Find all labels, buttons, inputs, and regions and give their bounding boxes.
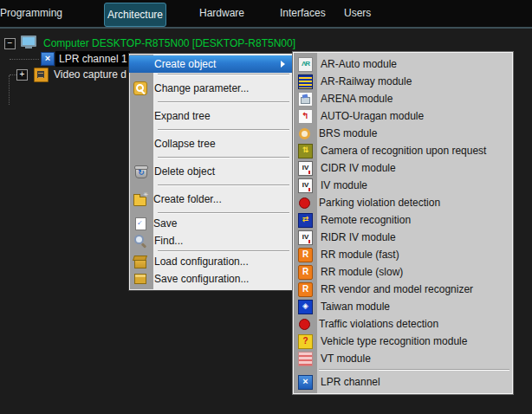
menu-item-save-configuration[interactable]: Save configuration... <box>129 270 292 288</box>
create-object-submenu: AR-Auto module AR-Railway module ARENA m… <box>292 51 514 395</box>
submenu-item-rr-module-slow[interactable]: RR module (slow) <box>293 263 513 281</box>
submenu-item-label: Remote recognition <box>321 214 411 226</box>
submenu-item-label: Parking violation detection <box>319 197 440 209</box>
tab-interfaces[interactable]: Interfaces <box>280 7 326 19</box>
ar-railway-icon <box>298 74 313 89</box>
submenu-item-label: AUTO-Uragan module <box>321 110 424 122</box>
menu-item-collapse-tree[interactable]: Collapse tree <box>129 132 292 156</box>
submenu-item-label: RR module (fast) <box>321 249 399 261</box>
vehicle-type-icon <box>298 334 313 349</box>
tab-programming[interactable]: Programming <box>0 7 62 19</box>
menu-item-delete-object[interactable]: Delete object <box>129 159 292 184</box>
submenu-item-lpr-channel[interactable]: LPR channel <box>293 372 513 391</box>
rr-icon <box>298 282 313 297</box>
auto-uragan-icon <box>298 109 313 124</box>
tab-architecture[interactable]: Architecture <box>104 3 166 27</box>
submenu-item-label: BRS module <box>319 127 377 139</box>
iv-icon <box>298 178 313 193</box>
menu-item-label: Expand tree <box>154 110 211 122</box>
submenu-item-label: AR-Auto module <box>321 58 397 70</box>
submenu-item-auto-uragan-module[interactable]: AUTO-Uragan module <box>293 107 513 125</box>
submenu-item-label: LPR channel <box>321 376 380 388</box>
menu-item-save[interactable]: Save <box>129 215 292 232</box>
submenu-item-parking-violation-detection[interactable]: Parking violation detection <box>293 194 513 211</box>
submenu-item-label: RIDR IV module <box>321 231 396 243</box>
submenu-item-label: AR-Railway module <box>321 75 412 87</box>
submenu-item-label: RR vendor and model recognizer <box>321 283 473 295</box>
submenu-item-remote-recognition[interactable]: Remote recognition <box>293 211 513 229</box>
submenu-item-brs-module[interactable]: BRS module <box>293 125 513 142</box>
submenu-item-taiwan-module[interactable]: Taiwan module <box>293 298 513 315</box>
menu-item-icon <box>133 109 147 123</box>
trash-icon <box>135 165 147 178</box>
submenu-item-cidr-iv-module[interactable]: CIDR IV module <box>293 159 513 177</box>
submenu-item-label: CIDR IV module <box>321 162 396 174</box>
box-icon <box>133 272 147 286</box>
tab-hardware[interactable]: Hardware <box>199 7 244 19</box>
traffic-icon <box>298 318 311 331</box>
menu-item-label: Save configuration... <box>154 273 249 285</box>
key-icon <box>133 81 147 95</box>
menu-item-create-object[interactable]: Create object <box>129 55 292 73</box>
find-icon <box>133 234 147 248</box>
submenu-item-label: RR module (slow) <box>321 266 403 278</box>
save-icon <box>135 217 146 230</box>
submenu-item-ar-railway-module[interactable]: AR-Railway module <box>293 73 513 90</box>
menu-item-create-folder[interactable]: Create folder... <box>129 187 292 211</box>
submenu-item-label: Camera of recognition upon request <box>321 145 486 157</box>
menu-item-icon <box>133 57 147 71</box>
menu-item-label: Collapse tree <box>154 138 216 150</box>
submenu-item-camera-of-recognition-upon-request[interactable]: Camera of recognition upon request <box>293 142 513 159</box>
submenu-item-label: Traffic violations detection <box>319 318 438 330</box>
submenu-item-rr-module-fast[interactable]: RR module (fast) <box>293 246 513 263</box>
camera-request-icon <box>298 144 313 158</box>
menu-item-label: Load configuration... <box>154 256 249 268</box>
submenu-item-traffic-violations-detection[interactable]: Traffic violations detection <box>293 315 513 333</box>
menu-item-expand-tree[interactable]: Expand tree <box>129 104 292 128</box>
menu-item-load-configuration[interactable]: Load configuration... <box>129 253 292 270</box>
submenu-item-label: IV module <box>321 179 367 191</box>
submenu-item-label: VT module <box>321 353 371 365</box>
menu-item-icon <box>133 137 147 151</box>
arena-icon <box>298 92 313 107</box>
collapse-expander[interactable]: − <box>4 38 16 49</box>
video-capture-device-icon <box>34 68 49 82</box>
tab-users[interactable]: Users <box>344 7 371 19</box>
ar-auto-icon <box>298 57 313 72</box>
submenu-item-rr-vendor-and-model-recognizer[interactable]: RR vendor and model recognizer <box>293 281 513 298</box>
expand-expander[interactable]: + <box>16 69 28 81</box>
tree-item-label: Video capture d <box>54 68 127 81</box>
submenu-item-vt-module[interactable]: VT module <box>293 350 513 367</box>
submenu-item-label: Taiwan module <box>321 301 390 313</box>
tab-bar: Architecture Hardware Interfaces Users P… <box>0 0 532 29</box>
box-open-icon <box>133 256 147 269</box>
menu-item-label: Find... <box>154 235 183 247</box>
app-window: Architecture Hardware Interfaces Users P… <box>0 0 532 414</box>
remote-icon <box>298 213 313 228</box>
iv-icon <box>298 230 313 245</box>
menu-item-find[interactable]: Find... <box>129 232 292 249</box>
menu-item-label: Create folder... <box>153 193 222 205</box>
rr-icon <box>298 265 313 280</box>
brs-icon <box>298 127 311 140</box>
menu-item-label: Delete object <box>154 165 215 178</box>
submenu-item-label: Vehicle type recognition module <box>321 335 467 347</box>
folder-new-icon <box>133 197 146 206</box>
submenu-item-arena-module[interactable]: ARENA module <box>293 90 513 107</box>
tree-item-computer[interactable]: − Computer DESKTOP-R8T5N00 [DESKTOP-R8T5… <box>0 36 312 51</box>
submenu-item-vehicle-type-recognition-module[interactable]: Vehicle type recognition module <box>293 333 513 350</box>
submenu-item-label: ARENA module <box>321 93 393 105</box>
menu-item-change-parameter[interactable]: Change parameter... <box>129 76 292 100</box>
submenu-item-ar-auto-module[interactable]: AR-Auto module <box>293 55 513 73</box>
submenu-item-iv-module[interactable]: IV module <box>293 177 513 194</box>
context-menu: Create object Change parameter... Expand… <box>128 53 293 291</box>
parking-icon <box>298 197 311 210</box>
iv-icon <box>298 161 313 176</box>
menu-item-label: Save <box>153 217 177 230</box>
taiwan-icon <box>298 300 313 314</box>
menu-item-label: Create object <box>154 58 216 70</box>
lpr-channel-icon <box>41 52 55 66</box>
submenu-item-ridr-iv-module[interactable]: RIDR IV module <box>293 229 513 246</box>
rr-icon <box>298 248 313 262</box>
lpr-icon <box>298 375 313 390</box>
